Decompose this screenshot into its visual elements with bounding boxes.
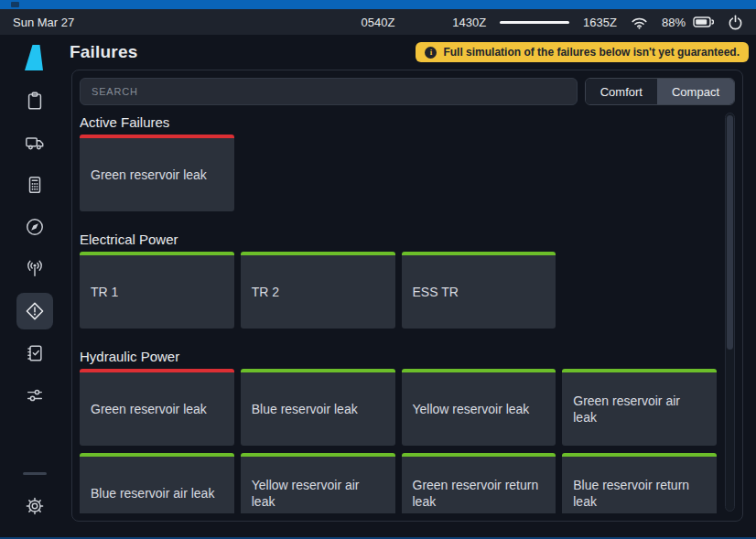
failure-card-label: Blue reservoir leak <box>252 401 358 417</box>
failure-card[interactable]: TR 2 <box>241 252 395 329</box>
failure-card-label: Green reservoir air leak <box>573 393 706 426</box>
view-mode-compact-button[interactable]: Compact <box>657 79 734 104</box>
slider-start-time: 1430Z <box>452 16 486 29</box>
sidebar-divider <box>23 472 47 475</box>
failure-card-label: Blue reservoir air leak <box>91 485 214 501</box>
diamond-exclamation-icon <box>25 301 45 321</box>
sidebar-item-checklists[interactable] <box>16 335 53 372</box>
power-icon[interactable] <box>728 15 743 30</box>
vertical-scrollbar[interactable] <box>725 113 735 512</box>
failure-card-label: ESS TR <box>413 284 459 300</box>
page-title: Failures <box>70 42 137 62</box>
info-icon: i <box>425 47 437 59</box>
sections: Active FailuresGreen reservoir leakElect… <box>80 114 735 513</box>
sliders-icon <box>25 385 45 405</box>
warning-text: Full simulation of the failures below is… <box>443 46 740 59</box>
failure-card[interactable]: Yellow reservoir leak <box>402 369 556 446</box>
sidebar-item-performance[interactable] <box>16 167 53 203</box>
failure-card-label: Green reservoir leak <box>91 167 207 183</box>
checklist-icon <box>25 343 45 363</box>
warning-banner: i Full simulation of the failures below … <box>416 42 749 62</box>
slider-end-time: 1635Z <box>583 16 617 29</box>
sidebar-item-dashboard[interactable] <box>16 82 53 119</box>
failure-card[interactable]: TR 1 <box>80 252 234 329</box>
gear-icon <box>25 496 45 516</box>
section-title: Electrical Power <box>80 232 717 248</box>
section-title: Active Failures <box>80 114 717 131</box>
antenna-icon <box>25 259 45 279</box>
scrollbar-thumb[interactable] <box>727 115 733 350</box>
failure-card-label: TR 1 <box>91 284 118 300</box>
failure-card[interactable]: Yellow reservoir air leak <box>241 453 395 513</box>
section-title: Hydraulic Power <box>80 349 717 365</box>
failure-card[interactable]: ESS TR <box>402 252 556 329</box>
failure-card-label: Green reservoir leak <box>91 401 207 417</box>
failure-card[interactable]: Green reservoir leak <box>80 135 234 211</box>
failure-card[interactable]: Blue reservoir leak <box>241 369 395 446</box>
sidebar-item-presets[interactable] <box>16 377 53 414</box>
wifi-icon <box>631 16 648 29</box>
failure-section: Electrical PowerTR 1TR 2ESS TR <box>80 232 717 329</box>
failure-card[interactable]: Blue reservoir air leak <box>80 453 234 513</box>
window-titlebar[interactable] <box>0 0 756 9</box>
calculator-icon <box>25 175 45 195</box>
failure-section: Hydraulic PowerGreen reservoir leakBlue … <box>80 349 717 513</box>
failure-section: Active FailuresGreen reservoir leak <box>80 114 717 211</box>
sidebar-item-atc[interactable] <box>16 251 53 287</box>
failure-card[interactable]: Green reservoir air leak <box>562 369 717 446</box>
failures-page: Failures i Full simulation of the failur… <box>70 35 756 537</box>
battery-icon <box>693 16 714 27</box>
failure-card[interactable]: Green reservoir return leak <box>402 453 556 513</box>
failures-scroll-area: Active FailuresGreen reservoir leakElect… <box>80 113 735 513</box>
view-mode-comfort-button[interactable]: Comfort <box>586 79 657 104</box>
failure-card-label: Green reservoir return leak <box>413 477 545 510</box>
failure-card[interactable]: Green reservoir leak <box>80 369 234 446</box>
status-date: Sun Mar 27 <box>13 16 74 29</box>
truck-icon <box>25 133 45 153</box>
sidebar-item-navigation[interactable] <box>16 209 53 245</box>
failure-card-label: TR 2 <box>252 284 279 300</box>
window-menu-icon <box>11 2 19 7</box>
statusbar: Sun Mar 27 0540Z 1430Z 1635Z 88% <box>0 9 756 35</box>
clipboard-icon <box>25 91 45 111</box>
flybywire-logo-icon <box>23 44 47 71</box>
battery-percentage: 88% <box>662 16 686 29</box>
failure-card[interactable]: Blue reservoir return leak <box>562 453 717 513</box>
sidebar <box>0 35 70 537</box>
failure-card-label: Yellow reservoir leak <box>413 401 530 417</box>
sidebar-item-failures[interactable] <box>16 293 53 329</box>
failures-panel: Comfort Compact Active FailuresGreen res… <box>71 70 743 522</box>
failure-card-label: Yellow reservoir air leak <box>252 477 384 510</box>
search-input[interactable] <box>80 78 578 105</box>
view-mode-toggle: Comfort Compact <box>585 78 735 105</box>
time-slider[interactable] <box>500 21 569 24</box>
compass-icon <box>25 217 45 237</box>
failure-card-label: Blue reservoir return leak <box>573 477 706 510</box>
sidebar-item-dispatch[interactable] <box>16 124 53 161</box>
sidebar-item-settings[interactable] <box>16 488 53 524</box>
